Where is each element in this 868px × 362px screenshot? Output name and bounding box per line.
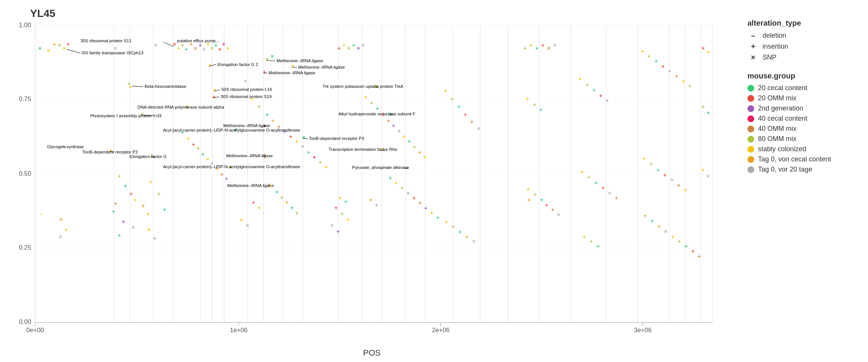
- svg-text:×: ×: [347, 45, 350, 51]
- svg-text:+: +: [251, 96, 254, 102]
- svg-text:×: ×: [291, 63, 295, 69]
- svg-text:×: ×: [270, 53, 274, 59]
- svg-text:+: +: [192, 141, 195, 147]
- svg-text:Acyl-[acyl-carrier-protein]--U: Acyl-[acyl-carrier-protein]--UDP-N-acety…: [163, 164, 300, 169]
- svg-text:+: +: [118, 232, 121, 238]
- svg-text:+: +: [418, 200, 422, 206]
- svg-text:+: +: [338, 45, 341, 51]
- svg-text:+: +: [325, 164, 328, 170]
- svg-text:+: +: [124, 183, 127, 189]
- svg-text:+: +: [452, 224, 455, 230]
- 20-omm-label: 20 OMM mix: [758, 94, 796, 102]
- svg-text:+: +: [395, 180, 398, 186]
- svg-text:+: +: [655, 58, 658, 64]
- svg-text:0.75: 0.75: [19, 95, 31, 103]
- tag0-von-dot: [747, 156, 754, 163]
- legend-item-tag0-von: Tag 0, von cecal content: [747, 155, 860, 163]
- legend-item-insertion: + insertion: [747, 42, 860, 51]
- svg-text:+: +: [263, 69, 266, 75]
- svg-text:+: +: [599, 93, 602, 99]
- svg-text:+: +: [376, 106, 379, 112]
- svg-text:+: +: [285, 199, 289, 206]
- svg-text:×: ×: [147, 227, 151, 233]
- 20-cecal-label: 20 cecal content: [758, 84, 807, 92]
- svg-text:+: +: [615, 195, 618, 201]
- legend-item-40-cecal: 40 cecal content: [747, 115, 860, 123]
- svg-text:×: ×: [240, 217, 243, 223]
- svg-text:+: +: [67, 41, 70, 47]
- svg-text:+: +: [185, 46, 188, 52]
- svg-text:+: +: [340, 211, 344, 217]
- svg-text:+: +: [594, 180, 598, 186]
- x-axis-label: POS: [8, 348, 736, 358]
- svg-text:+: +: [671, 234, 675, 240]
- svg-text:×: ×: [527, 197, 531, 203]
- svg-text:+: +: [685, 243, 688, 249]
- snp-symbol: ×: [747, 53, 759, 62]
- svg-text:Methionine--tRNA ligase: Methionine--tRNA ligase: [223, 123, 270, 128]
- deletion-label: deletion: [763, 32, 786, 40]
- svg-text:+: +: [375, 202, 378, 208]
- svg-text:+: +: [540, 197, 543, 203]
- svg-text:×: ×: [213, 87, 217, 93]
- mouse-group-legend-title: mouse.group: [747, 72, 860, 80]
- svg-text:+: +: [130, 191, 133, 197]
- svg-text:0e+00: 0e+00: [26, 327, 44, 334]
- svg-text:×: ×: [362, 42, 365, 48]
- svg-text:Trk system potassium uptake pr: Trk system potassium uptake protein TrkA: [322, 84, 403, 89]
- svg-text:+: +: [392, 123, 395, 129]
- svg-text:+: +: [649, 161, 653, 167]
- svg-text:+: +: [364, 94, 367, 100]
- svg-text:+: +: [657, 167, 660, 173]
- svg-text:+: +: [465, 234, 469, 240]
- svg-text:IS5 family transposase ISCph13: IS5 family transposase ISCph13: [82, 51, 144, 55]
- svg-text:+: +: [266, 112, 269, 118]
- svg-text:+: +: [352, 42, 356, 48]
- svg-text:+: +: [387, 118, 390, 124]
- svg-text:+: +: [643, 213, 647, 219]
- svg-text:+: +: [707, 110, 710, 116]
- svg-text:+: +: [436, 215, 439, 221]
- svg-text:+: +: [464, 112, 467, 118]
- svg-text:+: +: [177, 45, 180, 51]
- svg-text:+: +: [451, 96, 454, 102]
- svg-text:+: +: [280, 194, 283, 200]
- svg-text:×: ×: [661, 63, 665, 69]
- svg-text:×: ×: [38, 45, 42, 51]
- 20-omm-dot: [747, 95, 754, 102]
- svg-text:+: +: [701, 104, 705, 110]
- stably-colonized-dot: [747, 146, 754, 153]
- svg-text:+: +: [342, 42, 346, 48]
- svg-text:TonB-dependent receptor P3: TonB-dependent receptor P3: [309, 136, 364, 141]
- svg-text:+: +: [295, 210, 298, 216]
- svg-text:+: +: [53, 41, 56, 48]
- svg-text:30S ribosomal protein S11: 30S ribosomal protein S11: [80, 38, 131, 43]
- svg-text:×: ×: [131, 224, 135, 230]
- svg-text:+: +: [63, 45, 66, 51]
- 40-omm-dot: [747, 126, 754, 132]
- svg-text:Methionine--tRNA ligase: Methionine--tRNA ligase: [298, 65, 345, 69]
- svg-text:×: ×: [553, 42, 556, 48]
- svg-text:+: +: [642, 155, 646, 161]
- svg-text:+: +: [529, 42, 533, 48]
- svg-text:+: +: [684, 187, 687, 193]
- svg-text:+: +: [418, 149, 421, 155]
- svg-text:+: +: [445, 219, 448, 225]
- chart-area: YL45: [8, 8, 736, 354]
- svg-text:×: ×: [244, 78, 247, 84]
- svg-text:×: ×: [47, 48, 50, 54]
- legend-item-stably-colonized: stably colonized: [747, 145, 860, 153]
- svg-text:×: ×: [397, 128, 401, 134]
- svg-text:+: +: [199, 42, 202, 48]
- svg-text:+: +: [688, 83, 691, 89]
- svg-text:+: +: [118, 173, 121, 179]
- svg-text:+: +: [65, 227, 68, 233]
- svg-text:+: +: [382, 112, 385, 118]
- svg-text:+: +: [400, 185, 404, 191]
- svg-text:+: +: [370, 100, 373, 106]
- svg-text:Pyruvate, phosphate dikinase: Pyruvate, phosphate dikinase: [352, 165, 409, 170]
- legend-item-deletion: – deletion: [747, 31, 860, 40]
- svg-text:+: +: [163, 207, 167, 213]
- svg-text:×: ×: [202, 46, 206, 52]
- alteration-type-legend-title: alteration_type: [747, 19, 860, 28]
